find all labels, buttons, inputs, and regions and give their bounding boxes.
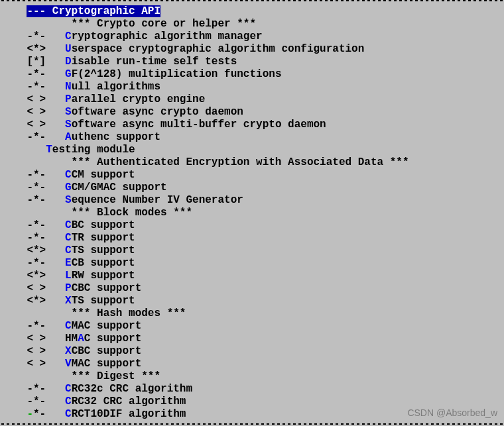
hotkey-letter: D xyxy=(65,56,72,68)
config-item[interactable]: <*> Userspace cryptographic algorithm co… xyxy=(1,43,503,56)
config-item[interactable]: -*- CBC support xyxy=(1,219,503,232)
config-item[interactable]: *** Authenticated Encryption with Associ… xyxy=(1,156,503,169)
hotkey-letter: V xyxy=(65,358,72,370)
config-item[interactable]: <*> CTS support xyxy=(1,244,503,257)
hotkey-letter: C xyxy=(65,232,72,244)
hotkey-letter: C xyxy=(65,408,72,420)
config-item[interactable]: < > Parallel crypto engine xyxy=(1,93,503,106)
config-item[interactable]: < > Software async multi-buffer crypto d… xyxy=(1,119,503,131)
menu-title: --- Cryptographic API xyxy=(1,5,503,18)
hotkey-letter: C xyxy=(65,383,72,395)
hotkey-letter: C xyxy=(65,244,72,256)
config-item[interactable]: *** Digest *** xyxy=(1,370,503,383)
hotkey-letter: S xyxy=(65,194,72,206)
config-item[interactable]: *** Crypto core or helper *** xyxy=(1,18,503,30)
hotkey-letter: G xyxy=(65,182,72,193)
config-item[interactable]: -*- GCM/GMAC support xyxy=(1,182,503,194)
config-item[interactable]: -*- CMAC support xyxy=(1,320,503,333)
config-item[interactable]: -*- Cryptographic algorithm manager xyxy=(1,30,503,43)
hotkey-letter: C xyxy=(65,30,72,42)
config-item[interactable]: [*] Disable run-time self tests xyxy=(1,56,503,68)
config-item[interactable]: < > PCBC support xyxy=(1,282,503,295)
config-item[interactable]: < > HMAC support xyxy=(1,333,503,345)
config-item[interactable]: -*- Authenc support xyxy=(1,131,503,144)
config-item[interactable]: *** Hash modes *** xyxy=(1,307,503,320)
config-item[interactable]: <*> LRW support xyxy=(1,270,503,282)
config-item[interactable]: -*- CCM support xyxy=(1,169,503,182)
config-item[interactable]: -*- Sequence Number IV Generator xyxy=(1,194,503,207)
hotkey-letter: X xyxy=(65,295,72,307)
config-item[interactable]: -*- GF(2^128) multiplication functions xyxy=(1,68,503,81)
hotkey-letter: S xyxy=(65,106,72,118)
config-item[interactable]: -*- CTR support xyxy=(1,232,503,244)
hotkey-letter: P xyxy=(65,93,72,105)
menu-title-text: --- Cryptographic API xyxy=(27,5,160,17)
hotkey-letter: P xyxy=(65,282,72,294)
hotkey-letter: C xyxy=(65,169,72,181)
hotkey-letter: C xyxy=(65,219,72,231)
hotkey-letter: L xyxy=(65,270,72,282)
cursor-indicator: - xyxy=(27,408,33,420)
hotkey-letter: G xyxy=(65,68,72,80)
hotkey-letter: U xyxy=(65,43,72,55)
hotkey-letter: C xyxy=(65,396,72,407)
dashed-border-top xyxy=(1,0,503,1)
dashed-border-bottom xyxy=(1,423,503,425)
config-item[interactable]: -*- CRC32c CRC algorithm xyxy=(1,383,503,396)
config-item[interactable]: -*- ECB support xyxy=(1,257,503,270)
hotkey-letter: A xyxy=(65,131,72,143)
config-item[interactable]: -*- Null algorithms xyxy=(1,81,503,93)
config-item[interactable]: *** Block modes *** xyxy=(1,207,503,219)
menuconfig-pane: --- Cryptographic API *** Crypto core or… xyxy=(0,2,504,421)
config-item[interactable]: Testing module xyxy=(1,144,503,156)
config-item[interactable]: < > Software async crypto daemon xyxy=(1,106,503,119)
hotkey-letter: E xyxy=(65,257,72,269)
watermark: CSDN @Absorbed_w xyxy=(407,407,497,419)
hotkey-letter: T xyxy=(46,144,52,156)
hotkey-letter: A xyxy=(78,333,84,345)
hotkey-letter: S xyxy=(65,119,72,131)
config-item[interactable]: <*> XTS support xyxy=(1,295,503,307)
hotkey-letter: X xyxy=(65,345,72,357)
config-item[interactable]: < > VMAC support xyxy=(1,358,503,370)
hotkey-letter: C xyxy=(65,320,72,332)
config-item[interactable]: < > XCBC support xyxy=(1,345,503,358)
hotkey-letter: N xyxy=(65,81,72,93)
